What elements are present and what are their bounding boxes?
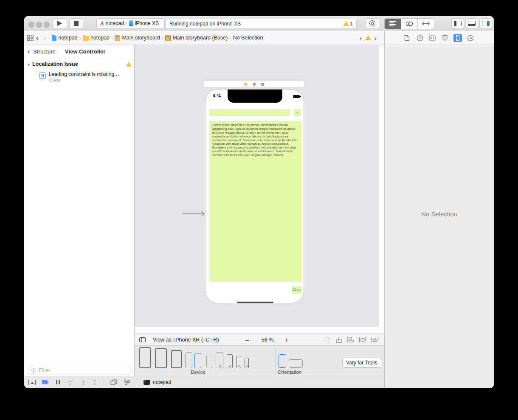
quick-help-inspector-tab[interactable]: ? bbox=[416, 34, 424, 42]
issue-fix-action[interactable]: Clear bbox=[49, 78, 121, 83]
debug-view-hierarchy-button[interactable] bbox=[110, 379, 117, 385]
filter-input[interactable] bbox=[38, 367, 128, 374]
exit-icon[interactable] bbox=[261, 83, 264, 86]
device-icon bbox=[129, 20, 133, 26]
device-iphone-4s-icon[interactable] bbox=[245, 358, 249, 368]
process-badge[interactable]: notepad bbox=[144, 379, 171, 385]
editor-mode-segmented bbox=[384, 18, 434, 29]
outline-filter-field[interactable] bbox=[28, 366, 132, 375]
breadcrumb-selection[interactable]: No Selection bbox=[233, 35, 263, 41]
file-icon bbox=[404, 35, 410, 41]
orientation-portrait-icon[interactable] bbox=[279, 354, 286, 368]
next-issue-button[interactable]: › bbox=[372, 35, 379, 41]
chevron-separator: › bbox=[78, 35, 83, 41]
view-controller-icon[interactable] bbox=[244, 83, 247, 86]
zoom-in-button[interactable]: + bbox=[284, 336, 288, 343]
standard-editor-button[interactable] bbox=[385, 19, 401, 29]
scheme-selector[interactable]: A notepad › iPhone XS bbox=[96, 18, 165, 28]
close-window-button[interactable] bbox=[28, 22, 34, 28]
device-ipad-129-icon[interactable] bbox=[139, 347, 151, 368]
breakpoints-toggle-button[interactable] bbox=[42, 380, 49, 384]
chevron-separator: › bbox=[160, 35, 165, 41]
breadcrumb-group[interactable]: notepad bbox=[83, 35, 110, 41]
phone-notch bbox=[228, 90, 282, 103]
no-selection-label: No Selection bbox=[385, 210, 494, 218]
iphone-scene[interactable]: 9:41 + Lorem ipsum dolor sit er elit lam… bbox=[205, 89, 304, 303]
go-back-button[interactable]: ‹ bbox=[34, 34, 41, 42]
storyboard-canvas[interactable]: 9:41 + Lorem ipsum dolor sit er elit lam… bbox=[135, 45, 384, 333]
vertical-scrollbar[interactable] bbox=[379, 45, 384, 333]
divider bbox=[104, 379, 104, 386]
issue-group-row[interactable]: ▾ Localization Issue ! bbox=[28, 61, 132, 67]
pause-button[interactable] bbox=[55, 378, 60, 386]
library-button[interactable] bbox=[366, 18, 379, 28]
horizontal-scrollbar[interactable] bbox=[135, 327, 384, 333]
attributes-inspector-tab[interactable] bbox=[441, 34, 449, 42]
device-ipad-97-icon[interactable] bbox=[171, 350, 182, 368]
note-text-field[interactable] bbox=[209, 109, 290, 116]
breadcrumb-storyboard[interactable]: Main.storyboard bbox=[115, 35, 160, 41]
update-frames-button[interactable] bbox=[324, 336, 331, 343]
toggle-outline-icon[interactable] bbox=[139, 337, 146, 342]
add-note-button[interactable]: + bbox=[293, 109, 301, 116]
attributes-badge-icon bbox=[442, 35, 448, 41]
ruler-icon bbox=[455, 35, 460, 41]
step-out-button[interactable] bbox=[92, 379, 97, 385]
chevron-separator: › bbox=[110, 35, 115, 41]
orientation-landscape-icon[interactable] bbox=[289, 359, 303, 368]
embed-button[interactable] bbox=[335, 336, 342, 343]
warning-icon: ! bbox=[126, 62, 132, 67]
issues-badge[interactable]: ! 1 bbox=[343, 21, 353, 26]
zoom-level[interactable]: 56 % bbox=[258, 337, 277, 343]
minimize-window-button[interactable] bbox=[36, 22, 42, 28]
assistant-editor-icon bbox=[405, 21, 413, 26]
go-forward-button[interactable]: › bbox=[41, 34, 49, 42]
toggle-debug-area-panel-button[interactable] bbox=[465, 18, 478, 28]
step-over-button[interactable] bbox=[67, 380, 74, 385]
breadcrumb-storyboard-base[interactable]: Main.storyboard (Base) bbox=[165, 35, 228, 41]
issue-row[interactable]: B Leading constraint is missing,… Clear bbox=[39, 71, 121, 83]
back-chevron-icon: ‹ bbox=[24, 48, 32, 55]
device-iphone-xr-icon[interactable] bbox=[194, 353, 201, 368]
device-ipad-11-icon[interactable] bbox=[155, 348, 167, 368]
toggle-inspectors-button[interactable] bbox=[479, 18, 492, 28]
file-inspector-tab[interactable] bbox=[403, 34, 411, 42]
resolve-autolayout-button[interactable] bbox=[371, 337, 379, 343]
outline-back-button[interactable]: Structure bbox=[33, 48, 56, 55]
device-iphone-se-icon[interactable] bbox=[236, 356, 241, 368]
version-editor-button[interactable] bbox=[417, 19, 434, 29]
disclosure-triangle-icon[interactable]: ▾ bbox=[28, 62, 30, 67]
device-iphone-xsmax-icon[interactable] bbox=[185, 352, 192, 368]
add-constraints-button[interactable] bbox=[359, 337, 366, 343]
clear-button[interactable]: Clear bbox=[292, 286, 301, 293]
assistant-editor-button[interactable] bbox=[401, 19, 417, 29]
first-responder-icon[interactable] bbox=[253, 83, 256, 86]
run-button[interactable] bbox=[52, 18, 67, 28]
identity-inspector-tab[interactable] bbox=[428, 34, 436, 42]
outline-header: ‹ Structure View Controller bbox=[24, 45, 134, 58]
scheme-destination: iPhone XS bbox=[135, 20, 159, 26]
previous-issue-button[interactable]: ‹ bbox=[357, 35, 364, 41]
connections-inspector-tab[interactable] bbox=[466, 34, 475, 42]
note-text-view[interactable]: Lorem ipsum dolor sit er elit lamet, con… bbox=[209, 121, 301, 282]
breadcrumb-project[interactable]: notepad bbox=[52, 35, 77, 41]
step-into-button[interactable] bbox=[81, 379, 86, 385]
related-items-icon[interactable] bbox=[27, 35, 34, 41]
zoom-window-button[interactable] bbox=[44, 22, 50, 28]
size-inspector-tab[interactable] bbox=[453, 34, 462, 42]
zoom-out-button[interactable]: – bbox=[245, 336, 249, 343]
device-iphone-8-icon[interactable] bbox=[227, 354, 233, 368]
vary-for-traits-button[interactable]: Vary for Traits bbox=[342, 358, 381, 368]
toggle-debug-area-button[interactable] bbox=[28, 380, 36, 385]
trait-r: R) bbox=[213, 337, 219, 343]
device-iphone-xs-icon[interactable] bbox=[206, 355, 212, 368]
memory-graph-button[interactable] bbox=[124, 379, 130, 385]
issue-warning-icon[interactable]: ! bbox=[365, 35, 371, 40]
align-button[interactable] bbox=[347, 336, 354, 343]
view-as-button[interactable]: View as: iPhone XR (wChR) bbox=[153, 337, 219, 343]
divider bbox=[137, 379, 137, 386]
stop-button[interactable] bbox=[69, 18, 83, 28]
toolbar: A notepad › iPhone XS Running notepad on… bbox=[24, 16, 494, 31]
device-iphone-8plus-icon[interactable] bbox=[216, 353, 223, 368]
toggle-navigator-button[interactable] bbox=[451, 18, 464, 28]
